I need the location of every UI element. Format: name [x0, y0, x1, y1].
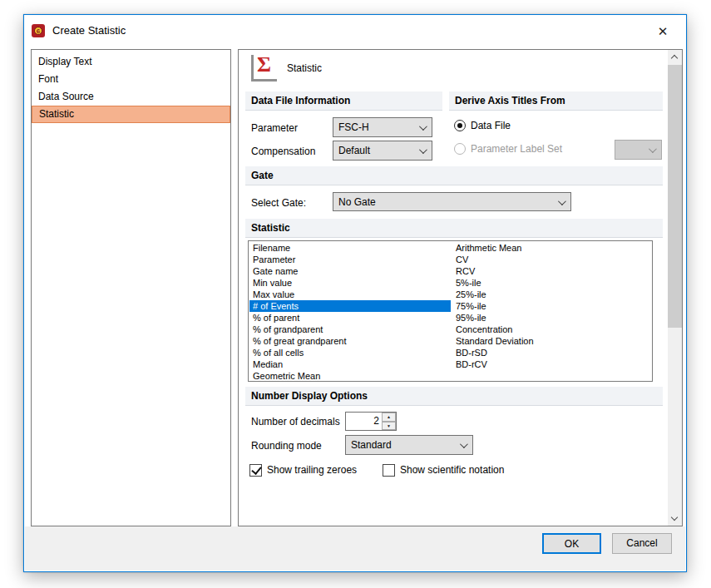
chevron-down-icon [419, 146, 427, 154]
list-item[interactable]: % of grandparent [249, 324, 451, 335]
list-item[interactable]: CV [452, 254, 651, 265]
app-icon-digit: 6 [34, 27, 42, 35]
compensation-label: Compensation [251, 146, 315, 157]
sigma-icon: Σ [251, 55, 277, 82]
list-item-label: % of all cells [253, 348, 304, 358]
parameter-label-set-select [615, 140, 662, 160]
spinner-up-button[interactable]: ▲ [382, 413, 396, 422]
statistic-list-column1: Filename Parameter Gate name Min value [249, 242, 451, 382]
list-item[interactable]: 95%-ile [452, 312, 651, 324]
list-item[interactable]: 5%-ile [452, 277, 651, 289]
parameter-select[interactable]: FSC-H [333, 117, 432, 137]
compensation-select[interactable]: Default [333, 141, 432, 161]
list-item[interactable]: Min value [249, 277, 451, 289]
list-item[interactable]: Gate name [249, 265, 451, 277]
list-item-label: Gate name [253, 266, 298, 276]
cancel-button[interactable]: Cancel [612, 533, 672, 554]
sidebar-item[interactable]: Display Text [32, 53, 230, 71]
chevron-down-icon [419, 122, 427, 131]
list-item[interactable]: % of great grandparent [249, 335, 451, 347]
sidebar-item[interactable]: Statistic [32, 106, 230, 123]
radio-parameter-label-set-label: Parameter Label Set [471, 143, 562, 156]
list-item-label: Standard Deviation [456, 336, 534, 346]
list-item[interactable]: Standard Deviation [452, 335, 651, 347]
list-item-label: 75%-ile [456, 301, 486, 311]
statistic-listbox[interactable]: Filename Parameter Gate name Min value [248, 240, 653, 382]
list-item-label: Parameter [253, 254, 295, 264]
statistic-list-column2: Arithmetic Mean CV RCV 5%-ile [452, 242, 651, 370]
list-item-label: 5%-ile [456, 278, 481, 288]
checkbox-show-trailing-zeroes-label: Show trailing zeroes [267, 464, 357, 477]
panel-title: Statistic [287, 62, 322, 74]
rounding-mode-select[interactable]: Standard [345, 435, 473, 455]
parameter-label: Parameter [251, 122, 298, 134]
close-button[interactable]: ✕ [649, 21, 676, 42]
sidebar-item-label: Statistic [39, 108, 74, 120]
radio-data-file[interactable] [454, 120, 466, 131]
settings-panel: Σ Statistic Data File Information Derive… [238, 49, 683, 526]
list-item[interactable]: 25%-ile [452, 289, 651, 300]
chevron-down-icon [558, 197, 566, 205]
footer: OK Cancel [25, 526, 685, 571]
ok-button[interactable]: OK [542, 533, 601, 554]
radio-data-file-label: Data File [471, 120, 511, 132]
list-item[interactable]: % of parent [249, 312, 451, 324]
section-header-number-display-options: Number Display Options [245, 387, 663, 406]
list-item-label: Arithmetic Mean [456, 243, 521, 253]
list-item-label: Filename [253, 243, 290, 253]
radio-parameter-label-set[interactable] [454, 143, 466, 155]
sidebar-item[interactable]: Data Source [32, 88, 230, 106]
select-gate-label: Select Gate: [251, 197, 306, 209]
scroll-down-button[interactable] [668, 511, 682, 526]
section-header-derive-axis-titles: Derive Axis Titles From [449, 91, 663, 111]
number-of-decimals-label: Number of decimals [251, 416, 340, 427]
chevron-down-icon [671, 514, 678, 521]
list-item[interactable]: % of all cells [249, 347, 451, 358]
section-header-data-file-information: Data File Information [245, 91, 442, 111]
scrollbar[interactable] [668, 50, 682, 526]
scrollbar-thumb[interactable] [668, 65, 682, 328]
sidebar-item[interactable]: Font [32, 71, 230, 88]
list-item-label: Max value [253, 289, 294, 299]
sidebar: Display Text Font Data Source Statistic [31, 49, 231, 526]
list-item-label: % of great grandparent [253, 336, 347, 346]
sidebar-item-label: Data Source [38, 91, 94, 102]
spinner-down-button[interactable]: ▼ [382, 422, 396, 431]
title-bar[interactable]: 6 Create Statistic ✕ [24, 15, 686, 47]
app-icon: 6 [32, 24, 45, 37]
list-item-label: BD-rCV [456, 359, 487, 369]
list-item[interactable]: Median [249, 358, 451, 370]
chevron-up-icon [671, 55, 678, 62]
list-item-label: Geometric Mean [253, 371, 320, 381]
list-item-label: BD-rSD [456, 348, 487, 358]
window-title: Create Statistic [52, 24, 126, 37]
list-item[interactable]: Concentration [452, 324, 651, 335]
scroll-up-button[interactable] [668, 50, 682, 64]
list-item[interactable]: RCV [452, 265, 651, 277]
list-item[interactable]: BD-rCV [452, 358, 651, 370]
list-item[interactable]: Filename [249, 242, 451, 254]
list-item-label: % of parent [253, 313, 299, 323]
chevron-down-icon [460, 440, 468, 448]
list-item-label: CV [456, 254, 468, 264]
list-item-label: # of Events [253, 301, 299, 311]
list-item[interactable]: Max value [249, 289, 451, 300]
sidebar-list: Display Text Font Data Source Statistic [32, 50, 230, 123]
list-item[interactable]: # of Events [249, 300, 451, 312]
chevron-down-icon [649, 145, 657, 153]
gate-select[interactable]: No Gate [333, 192, 571, 211]
section-header-gate: Gate [245, 166, 663, 185]
checkbox-show-scientific-notation[interactable] [383, 464, 395, 477]
list-item[interactable]: Arithmetic Mean [452, 242, 651, 254]
sidebar-item-label: Display Text [38, 56, 91, 67]
rounding-mode-label: Rounding mode [251, 440, 322, 452]
list-item[interactable]: Geometric Mean [249, 370, 451, 382]
decimals-spinner[interactable]: 2 ▲ ▼ [345, 412, 397, 431]
list-item[interactable]: BD-rSD [452, 347, 651, 358]
list-item[interactable]: Parameter [249, 254, 451, 265]
list-item[interactable]: 75%-ile [452, 300, 651, 312]
checkbox-show-trailing-zeroes[interactable] [249, 464, 262, 477]
create-statistic-dialog: 6 Create Statistic ✕ Display Text Font D… [23, 14, 687, 572]
list-item-label: Concentration [456, 324, 513, 334]
list-item-label: % of grandparent [253, 324, 323, 334]
